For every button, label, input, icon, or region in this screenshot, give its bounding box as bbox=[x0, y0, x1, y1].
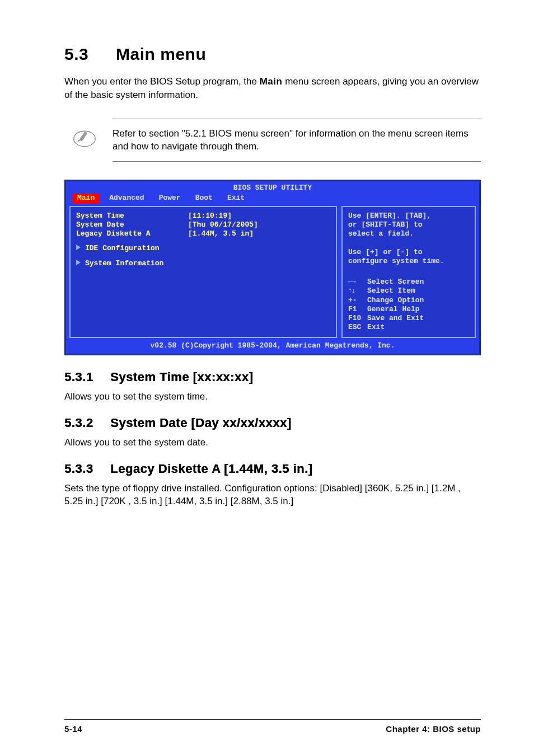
bios-help-line: or [SHIFT-TAB] to bbox=[348, 220, 469, 229]
subsection-system-date: 5.3.2 System Date [Day xx/xx/xxxx] bbox=[64, 416, 481, 430]
bios-item-value: [Thu 06/17/2005] bbox=[188, 220, 330, 229]
note-text: Refer to section "5.2.1 BIOS menu screen… bbox=[113, 119, 481, 162]
bios-tab-power[interactable]: Power bbox=[154, 194, 185, 203]
bios-nav-label: Select Item bbox=[367, 287, 415, 295]
bios-item-value: [11:10:19] bbox=[188, 212, 330, 220]
bios-copyright: v02.58 (C)Copyright 1985-2004, American … bbox=[69, 341, 476, 350]
section-heading: 5.3 Main menu bbox=[64, 45, 481, 64]
bios-help-text: Use [ENTER]. [TAB], or [SHIFT-TAB] to se… bbox=[348, 212, 469, 266]
subsection-number: 5.3.2 bbox=[64, 416, 93, 430]
section-number: 5.3 bbox=[64, 45, 88, 64]
subsection-title: System Date [Day xx/xx/xxxx] bbox=[110, 416, 291, 430]
bios-nav-key: ESC bbox=[348, 323, 363, 332]
bios-item-label: Legacy Diskette A bbox=[76, 229, 188, 238]
note-callout: Refer to section "5.2.1 BIOS menu screen… bbox=[64, 112, 481, 169]
bios-nav-key: F10 bbox=[348, 314, 363, 323]
subsection-system-time: 5.3.1 System Time [xx:xx:xx] bbox=[64, 370, 481, 384]
section-title-text: Main menu bbox=[116, 45, 206, 63]
subsection-title: System Time [xx:xx:xx] bbox=[110, 370, 253, 384]
bios-help-panel: Use [ENTER]. [TAB], or [SHIFT-TAB] to se… bbox=[341, 206, 476, 338]
bios-tab-exit[interactable]: Exit bbox=[223, 194, 249, 203]
bios-help-line: Use [+] or [-] to bbox=[348, 248, 469, 257]
bios-tab-main[interactable]: Main bbox=[73, 194, 99, 203]
subsection-number: 5.3.3 bbox=[64, 462, 93, 476]
page-number: 5-14 bbox=[64, 724, 82, 734]
bios-nav-label: Select Screen bbox=[367, 278, 424, 287]
arrows-lr-icon: ←→ bbox=[348, 278, 363, 287]
bios-help-line: select a field. bbox=[348, 229, 469, 238]
bios-tab-advanced[interactable]: Advanced bbox=[105, 194, 148, 203]
bios-item-system-time[interactable]: System Time [11:10:19] bbox=[76, 212, 330, 220]
page-footer: 5-14 Chapter 4: BIOS setup bbox=[64, 719, 481, 734]
bios-nav-label: Change Option bbox=[367, 296, 424, 305]
bios-title: BIOS SETUP UTILITY bbox=[69, 184, 476, 192]
subsection-body: Sets the type of floppy drive installed.… bbox=[64, 482, 481, 509]
bios-submenu-system-info[interactable]: System Information bbox=[76, 259, 330, 268]
bios-nav-label: Exit bbox=[367, 323, 385, 332]
arrows-ud-icon: ↑↓ bbox=[348, 287, 363, 295]
subsection-title: Legacy Diskette A [1.44M, 3.5 in.] bbox=[110, 462, 312, 476]
bios-item-label: System Time bbox=[76, 212, 188, 220]
bios-nav-key: +- bbox=[348, 296, 363, 305]
bios-nav-key: F1 bbox=[348, 305, 363, 314]
bios-item-legacy-diskette[interactable]: Legacy Diskette A [1.44M, 3.5 in] bbox=[76, 229, 330, 238]
bios-screenshot: BIOS SETUP UTILITY Main Advanced Power B… bbox=[64, 180, 481, 355]
subsection-legacy-diskette: 5.3.3 Legacy Diskette A [1.44M, 3.5 in.] bbox=[64, 462, 481, 476]
subsection-number: 5.3.1 bbox=[64, 370, 93, 384]
bios-item-label: System Date bbox=[76, 220, 188, 229]
bios-tab-boot[interactable]: Boot bbox=[191, 194, 217, 203]
bios-help-line: Use [ENTER]. [TAB], bbox=[348, 212, 469, 220]
intro-text-bold: Main bbox=[260, 76, 283, 87]
subsection-body: Allows you to set the system date. bbox=[64, 436, 481, 449]
bios-nav-keys: ←→Select Screen ↑↓Select Item +-Change O… bbox=[348, 278, 469, 332]
bios-main-panel: System Time [11:10:19] System Date [Thu … bbox=[69, 206, 337, 338]
bios-submenu-ide-config[interactable]: IDE Configuration bbox=[76, 244, 330, 253]
intro-text-pre: When you enter the BIOS Setup program, t… bbox=[64, 76, 260, 87]
subsection-body: Allows you to set the system time. bbox=[64, 390, 481, 403]
bios-help-line: configure system time. bbox=[348, 257, 469, 266]
bios-item-system-date[interactable]: System Date [Thu 06/17/2005] bbox=[76, 220, 330, 229]
pencil-note-icon bbox=[72, 126, 97, 153]
intro-paragraph: When you enter the BIOS Setup program, t… bbox=[64, 75, 481, 102]
bios-nav-label: Save and Exit bbox=[367, 314, 424, 323]
bios-tab-bar: Main Advanced Power Boot Exit bbox=[69, 194, 476, 203]
chapter-label: Chapter 4: BIOS setup bbox=[386, 724, 481, 734]
bios-item-value: [1.44M, 3.5 in] bbox=[188, 229, 330, 238]
bios-nav-label: General Help bbox=[367, 305, 420, 314]
